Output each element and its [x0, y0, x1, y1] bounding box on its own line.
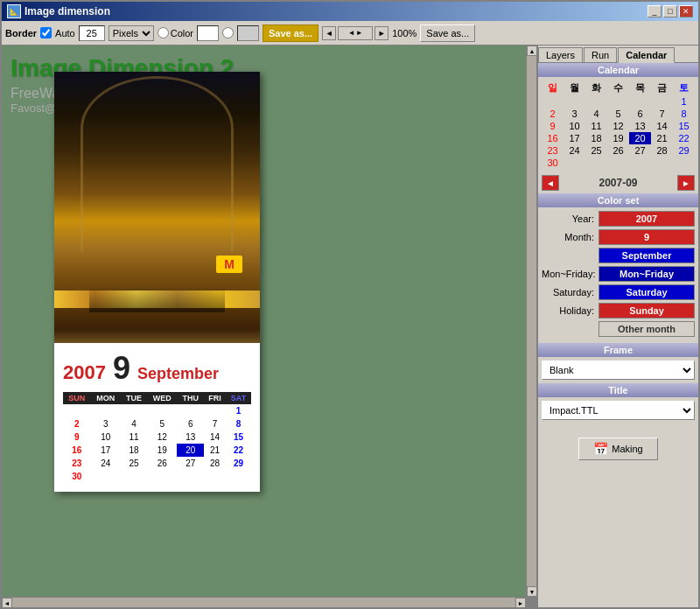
pattern-radio[interactable]	[222, 27, 234, 38]
calendar-day-cell[interactable]: 3	[564, 108, 585, 120]
horizontal-scrollbar[interactable]: ◄ ►	[2, 597, 526, 607]
calendar-day-cell[interactable]: 18	[585, 132, 607, 144]
month-color-box[interactable]: 9	[598, 229, 695, 245]
preview-year: 2007	[63, 361, 106, 384]
year-color-box[interactable]: 2007	[598, 211, 695, 227]
calendar-day-cell[interactable]: 5	[607, 108, 629, 120]
calendar-preview: M 2007 9 September SUN	[54, 72, 260, 492]
calendar-day-cell[interactable]: 19	[607, 132, 629, 144]
preview-year-row: 2007 9 September	[63, 350, 251, 387]
pattern-box[interactable]	[237, 25, 259, 41]
calendar-day-cell	[585, 157, 607, 169]
calendar-day-cell[interactable]: 22	[673, 132, 695, 144]
vertical-scrollbar[interactable]: ▲ ▼	[526, 46, 536, 597]
scroll-left-button[interactable]: ◄	[2, 598, 12, 607]
weekday-color-row: Mon~Friday: Mon~Friday	[542, 266, 695, 282]
canvas-content: Image Dimension 2 FreeWa... Favost@Or...	[2, 46, 526, 597]
tab-run[interactable]: Run	[584, 47, 617, 62]
preview-day-cell	[91, 404, 121, 417]
scroll-up-button[interactable]: ▲	[527, 46, 536, 56]
calendar-day-cell[interactable]: 28	[651, 144, 673, 157]
preview-day-cell: 4	[121, 417, 147, 430]
calendar-day-cell[interactable]: 26	[607, 144, 629, 157]
save-as-button[interactable]: Save as...	[262, 24, 318, 42]
app-icon: 📐	[7, 4, 21, 18]
year-color-row: Year: 2007	[542, 211, 695, 227]
photo-people	[89, 286, 225, 312]
tab-calendar[interactable]: Calendar	[618, 47, 675, 63]
maximize-button[interactable]: □	[663, 5, 677, 18]
making-button[interactable]: 📅 Making	[578, 438, 657, 460]
scroll-track-v[interactable]	[527, 56, 536, 586]
preview-photo: M	[54, 72, 260, 343]
calendar-day-cell[interactable]: 8	[673, 108, 695, 120]
making-section: 📅 Making	[538, 430, 698, 467]
calendar-day-cell[interactable]: 20	[629, 132, 651, 144]
photo-arch-border	[80, 76, 234, 251]
other-color-box[interactable]: Other month	[598, 321, 695, 337]
calendar-day-cell[interactable]: 11	[585, 120, 607, 132]
calendar-day-cell[interactable]: 13	[629, 120, 651, 132]
calendar-section: Calendar 일 월 화 수 목 금 토	[538, 63, 698, 193]
calendar-day-cell[interactable]: 24	[564, 144, 585, 157]
prev-month-button[interactable]: ◄	[542, 175, 559, 191]
scroll-down-button[interactable]: ▼	[527, 586, 536, 597]
calendar-day-cell[interactable]: 9	[542, 120, 564, 132]
holiday-color-box[interactable]: Sunday	[598, 303, 695, 318]
frame-section-title: Frame	[538, 343, 698, 357]
preview-day-cell: 1	[226, 404, 251, 417]
calendar-week-row: 30	[542, 157, 695, 169]
tab-layers[interactable]: Layers	[538, 47, 583, 62]
calendar-day-cell[interactable]: 12	[607, 120, 629, 132]
calendar-day-cell[interactable]: 16	[542, 132, 564, 144]
scroll-right-button[interactable]: ►	[515, 598, 526, 607]
preview-th-thu: THU	[177, 392, 204, 404]
calendar-day-cell[interactable]: 21	[651, 132, 673, 144]
calendar-day-cell	[629, 157, 651, 169]
minimize-button[interactable]: _	[648, 5, 662, 18]
zoom-percent: 100%	[392, 28, 416, 38]
calendar-day-cell[interactable]: 1	[673, 95, 695, 108]
calendar-day-cell[interactable]: 30	[542, 157, 564, 169]
save-button[interactable]: Save as...	[420, 24, 475, 42]
calendar-day-cell	[585, 95, 607, 108]
zoom-arrows: ◄►	[338, 26, 373, 40]
calendar-day-cell[interactable]: 15	[673, 120, 695, 132]
color-radio[interactable]	[158, 27, 169, 38]
title-font-select[interactable]: Impact.TTL Arial.TTL Times.TTL	[542, 401, 695, 420]
calendar-day-cell[interactable]: 29	[673, 144, 695, 157]
close-button[interactable]: ✕	[679, 5, 693, 18]
calendar-day-cell[interactable]: 7	[651, 108, 673, 120]
next-month-button[interactable]: ►	[677, 175, 695, 191]
pixels-input[interactable]	[79, 25, 105, 41]
preview-day-cell: 18	[121, 444, 147, 457]
calendar-day-cell	[651, 157, 673, 169]
calendar-day-cell[interactable]: 14	[651, 120, 673, 132]
month-name-color-box[interactable]: September	[598, 248, 695, 263]
calendar-day-cell[interactable]: 27	[629, 144, 651, 157]
preview-day-cell	[63, 404, 91, 417]
calendar-day-cell[interactable]: 4	[585, 108, 607, 120]
zoom-right-arrow[interactable]: ►	[374, 26, 388, 40]
zoom-left-arrow[interactable]: ◄	[322, 26, 336, 40]
color-box[interactable]	[197, 25, 219, 41]
pixels-select[interactable]: Pixels	[108, 25, 154, 41]
auto-checkbox[interactable]	[40, 27, 52, 38]
calendar-day-cell[interactable]: 6	[629, 108, 651, 120]
saturday-color-box[interactable]: Saturday	[598, 284, 695, 300]
calendar-day-cell[interactable]: 2	[542, 108, 564, 120]
scroll-track-h[interactable]	[12, 598, 515, 607]
preview-th-sat: SAT	[226, 392, 251, 404]
cal-th-tue: 화	[585, 80, 607, 95]
frame-select[interactable]: Blank Frame1 Frame2	[542, 360, 695, 380]
weekday-color-box[interactable]: Mon~Friday	[598, 266, 695, 282]
calendar-day-cell[interactable]: 10	[564, 120, 585, 132]
calendar-day-cell[interactable]: 17	[564, 132, 585, 144]
calendar-day-cell[interactable]: 23	[542, 144, 564, 157]
calendar-day-cell[interactable]: 25	[585, 144, 607, 157]
preview-day-cell: 2	[63, 417, 91, 430]
preview-day-cell: 7	[204, 417, 226, 430]
preview-th-tue: TUE	[121, 392, 147, 404]
calendar-day-cell	[564, 95, 585, 108]
preview-day-cell	[204, 470, 226, 483]
